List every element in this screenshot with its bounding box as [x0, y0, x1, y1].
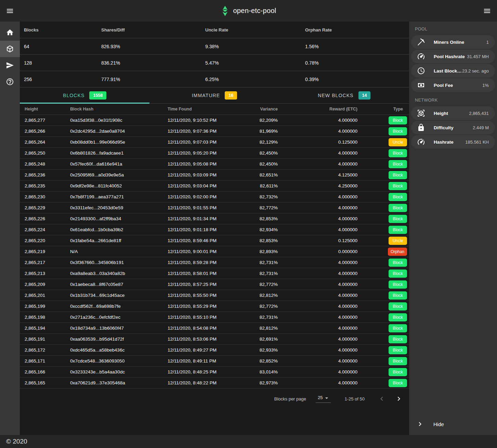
app-title: open-etc-pool	[233, 7, 276, 15]
table-row[interactable]: 2,865,213 0xa9a8eab3...03a340a82b 12/11/…	[20, 268, 409, 279]
cell-reward: 4.000000	[278, 129, 357, 134]
tab[interactable]: NEW BLOCKS 14	[279, 88, 409, 103]
cell-time: 12/11/2020, 8:55:50 PM	[168, 293, 233, 298]
table-row[interactable]: 2,865,229 0x3311efec...20453d0e59 12/11/…	[20, 202, 409, 213]
cell-reward: 4.000000	[278, 358, 357, 364]
tab[interactable]: IMMATURE 16	[149, 88, 279, 103]
gauge-icon	[417, 138, 425, 146]
table-row[interactable]: 2,865,198 0x271a236c...0efcfdf2ec 12/11/…	[20, 312, 409, 323]
table-row[interactable]: 2,865,199 0xccdf562f...69a698b7fe 12/11/…	[20, 301, 409, 312]
pickaxe-icon	[417, 38, 425, 46]
table-row[interactable]: 2,865,226 0x21493300...af2ff9ba34 12/11/…	[20, 213, 409, 224]
menu-icon[interactable]	[4, 5, 16, 17]
cell-reward: 4.000000	[278, 326, 357, 331]
table-row[interactable]: 2,865,201 0x1b31b734...69c1d45ace 12/11/…	[20, 290, 409, 301]
type-badge: Block	[389, 379, 407, 387]
cell-time: 12/11/2020, 9:02:00 PM	[168, 194, 233, 199]
cell-hash: 0x1fabe54a...2661de81ff	[70, 238, 168, 243]
tab[interactable]: BLOCKS 1558	[20, 88, 149, 103]
send-icon	[6, 61, 14, 69]
network-stat-item[interactable]: Difficulty 2.449 M	[411, 121, 495, 134]
cell-variance: 82,934%	[233, 227, 278, 232]
cell-variance: 82,129%	[233, 140, 278, 145]
col-type: Type	[357, 107, 408, 111]
cell-height: 2,865,224	[25, 227, 70, 232]
type-badge: Uncle	[389, 138, 407, 146]
table-row[interactable]: 2,865,209 0x1aebeca8...8f67c05e87 12/11/…	[20, 279, 409, 290]
cell-reward: 4.000000	[278, 205, 357, 210]
cell-height: 2,865,172	[25, 347, 70, 353]
table-row[interactable]: 2,865,230 0x7b8f7199...aea377a271 12/11/…	[20, 192, 409, 202]
table-row[interactable]: 2,865,248 0x57fec60f...da616e941a 12/11/…	[20, 159, 409, 170]
cell-reward: 4.250000	[278, 183, 357, 188]
cell-reward: 4.000000	[278, 315, 357, 320]
pool-stat-item[interactable]: Pool Hashrate 31.457 MH	[411, 50, 495, 63]
stat-label: Difficulty	[434, 125, 454, 130]
cell-height: 2,865,209	[25, 282, 70, 287]
stat-label: Miners Online	[434, 40, 464, 45]
cell-time: 12/11/2020, 8:49:11 PM	[168, 358, 233, 364]
cell-variance: 82,853%	[233, 238, 278, 243]
table-row[interactable]: 2,865,171 0x7cdce548...3636093050 12/11/…	[20, 356, 409, 367]
cell-reward: 4.000000	[278, 194, 357, 199]
cell-hash: 0x3311efec...20453d0e59	[70, 205, 168, 210]
table-row[interactable]: 2,865,236 0x25095f69...a0d39e9e5a 12/11/…	[20, 170, 409, 181]
cell-hash: 0xccdf562f...69a698b7fe	[70, 304, 168, 309]
type-badge: Block	[389, 269, 407, 278]
per-page-select[interactable]: 25	[316, 395, 331, 403]
stats-col-uncle: Uncle Rate	[205, 27, 305, 32]
table-row[interactable]: 2,865,191 0xaa063539...b95d41d72f 12/11/…	[20, 334, 409, 345]
cell-height: 2,865,229	[25, 205, 70, 210]
cell-hash: 0x3233243e...b5a4aa30dc	[70, 369, 168, 374]
table-row[interactable]: 2,865,217 0x3f367660...345806b191 12/11/…	[20, 257, 409, 268]
cell-height: 2,865,264	[25, 140, 70, 145]
table-row[interactable]: 2,865,172 0xdc465d5a...a58beb436c 12/11/…	[20, 345, 409, 356]
nav-item[interactable]	[0, 41, 20, 57]
chevron-left-icon[interactable]	[376, 393, 387, 404]
per-page-value: 25	[318, 395, 323, 400]
table-row[interactable]: 2,865,250 0x6b801826...fa9adcaee1 12/11/…	[20, 148, 409, 159]
nav-item[interactable]	[0, 57, 20, 74]
etc-logo-icon	[221, 6, 230, 16]
network-stat-item[interactable]: Hashrate 185.561 KH	[411, 135, 495, 149]
cell-variance: 82,812%	[233, 326, 278, 331]
table-row[interactable]: 2,865,266 0x2dc4295d...2dae0a8704 12/11/…	[20, 126, 409, 137]
table-row[interactable]: 2,865,220 0x1fabe54a...2661de81ff 12/11/…	[20, 235, 409, 246]
cell-hash: 0x7cdce548...3636093050	[70, 358, 168, 364]
stat-value: 31.457 MH	[467, 54, 489, 59]
cell-variance: 82,731%	[233, 260, 278, 265]
table-row[interactable]: 2,865,235 0x9df2e98e...811fc40052 12/11/…	[20, 181, 409, 192]
stats-col-blocks: Blocks	[24, 27, 101, 32]
stats-blocks-value: 128	[24, 60, 101, 66]
pool-stat-item[interactable]: Last Block Fo… 23.2 sec. ago	[411, 64, 495, 78]
table-row[interactable]: 2,865,219 N/A 12/11/2020, 9:00:01 PM 82,…	[20, 246, 409, 257]
cell-variance: 82,852%	[233, 358, 278, 364]
pool-stat-item[interactable]: Miners Online 1	[411, 35, 495, 49]
cell-height: 2,865,191	[25, 337, 70, 342]
hide-sidebar-button[interactable]: Hide	[411, 417, 495, 431]
stats-shares-value: 826.93%	[101, 44, 205, 49]
cell-hash: 0xaa063539...b95d41d72f	[70, 337, 168, 342]
stat-label: Height	[434, 111, 448, 116]
table-row[interactable]: 2,865,166 0x3233243e...b5a4aa30dc 12/11/…	[20, 367, 409, 378]
cell-reward: 0.125000	[278, 140, 357, 145]
cell-time: 12/11/2020, 8:55:29 PM	[168, 304, 233, 309]
table-row[interactable]: 2,865,224 0x61eabfcd...1b0cba39b2 12/11/…	[20, 224, 409, 235]
table-row[interactable]: 2,865,277 0xa15d3f38...0e31f1908c 12/11/…	[20, 115, 409, 126]
nav-item[interactable]	[0, 74, 20, 90]
table-row[interactable]: 2,865,194 0x18d734a9...13b6060f47 12/11/…	[20, 323, 409, 334]
table-row[interactable]: 2,865,264 0xb08dd0b1...99e066d95e 12/11/…	[20, 137, 409, 148]
cell-height: 2,865,266	[25, 129, 70, 134]
nav-item[interactable]	[0, 24, 20, 41]
menu-icon[interactable]	[481, 5, 493, 17]
blocks-table-body: 2,865,277 0xa15d3f38...0e31f1908c 12/11/…	[20, 115, 409, 388]
cell-time: 12/11/2020, 8:48:22 PM	[168, 380, 233, 385]
network-stat-item[interactable]: Height 2,865,431	[411, 106, 495, 120]
cell-variance: 82,772%	[233, 282, 278, 287]
brand: open-etc-pool	[221, 6, 276, 16]
pool-stat-item[interactable]: Pool Fee 1%	[411, 78, 495, 92]
cell-hash: 0x57fec60f...da616e941a	[70, 161, 168, 167]
cell-hash: 0xa9a8eab3...03a340a82b	[70, 271, 168, 276]
table-row[interactable]: 2,865,165 0xa70621d9...37e305468a 12/11/…	[20, 378, 409, 388]
chevron-right-icon[interactable]	[393, 393, 404, 404]
